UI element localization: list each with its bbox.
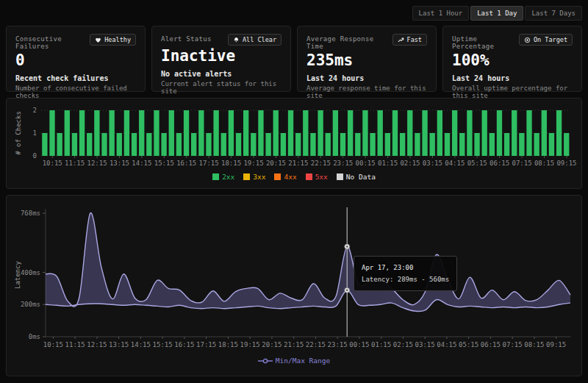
checks-chart: 012# of Checks10:1511:1512:1513:1514:151… [12, 103, 576, 172]
y-axis-label: Latency [14, 260, 21, 289]
check-bar [534, 133, 539, 156]
x-axis-tick: 10:15 [43, 160, 62, 167]
check-bar [161, 133, 166, 156]
x-axis-tick: 11:15 [65, 160, 85, 167]
legend-swatch [274, 173, 281, 180]
x-axis-tick: 07:15 [512, 160, 532, 167]
stat-value: 235ms [306, 52, 427, 69]
badge-label: On Target [534, 36, 567, 43]
legend-item: No Data [337, 173, 376, 181]
legend-label: Min/Max Range [276, 357, 330, 365]
y-axis-tick: 400ms [21, 269, 40, 276]
card-header: Uptime PercentageOn Target [452, 34, 573, 50]
check-bar [146, 133, 151, 156]
checks-bar-chart-panel: 012# of Checks10:1511:1512:1513:1514:151… [6, 98, 582, 189]
x-axis-tick: 03:15 [415, 341, 435, 348]
card-title: Consecutive Failures [15, 34, 90, 50]
check-bar [117, 133, 122, 156]
check-bar [519, 133, 524, 156]
check-bar [310, 133, 315, 156]
x-axis-tick: 16:15 [174, 341, 194, 348]
x-axis-tick: 13:15 [109, 341, 129, 348]
x-axis-tick: 00:15 [349, 341, 369, 348]
check-bar [288, 110, 293, 156]
stat-card: Consecutive FailuresHealthy0Recent check… [6, 26, 146, 92]
x-axis-tick: 05:15 [467, 160, 487, 167]
check-bar [504, 133, 509, 156]
checks-bar-chart[interactable]: 012# of Checks10:1511:1512:1513:1514:151… [12, 103, 576, 172]
x-axis-tick: 09:15 [556, 160, 576, 167]
check-bar [79, 110, 85, 156]
y-axis-tick: 2 [33, 107, 37, 114]
x-axis-tick: 13:15 [110, 160, 129, 167]
stat-subtitle: Recent check failures [15, 74, 136, 82]
legend-label: No Data [346, 173, 376, 181]
latency-area-chart[interactable]: 0ms200ms400ms768msLatency10:1511:1512:15… [12, 200, 576, 356]
check-bar [154, 110, 159, 156]
latency-chart: 0ms200ms400ms768msLatency10:1511:1512:15… [12, 200, 576, 356]
range-button-last-1-day[interactable]: Last 1 Day [470, 6, 523, 21]
check-bar [169, 110, 174, 156]
check-bar [437, 110, 442, 156]
y-axis-tick: 0ms [29, 333, 40, 340]
check-bar [236, 133, 241, 156]
stat-subtitle: Last 24 hours [306, 74, 427, 82]
badge-label: All Clear [243, 36, 276, 43]
check-bar [191, 133, 196, 156]
x-axis-tick: 02:15 [393, 341, 413, 348]
x-axis-tick: 20:15 [262, 341, 282, 348]
check-bar [512, 110, 517, 156]
y-axis-label: # of Checks [15, 111, 22, 155]
x-axis-tick: 17:15 [199, 160, 219, 167]
x-axis-tick: 23:15 [328, 341, 348, 348]
x-axis-tick: 22:15 [306, 341, 326, 348]
check-bar [184, 110, 189, 156]
x-axis-tick: 14:15 [131, 341, 151, 348]
check-bar [392, 110, 398, 156]
stat-value: 100% [452, 52, 573, 69]
x-axis-tick: 12:15 [87, 341, 107, 348]
range-button-last-1-hour[interactable]: Last 1 Hour [412, 6, 470, 21]
x-axis-tick: 05:15 [459, 341, 478, 348]
x-axis-tick: 08:15 [534, 160, 554, 167]
bell-icon [233, 37, 240, 43]
check-bar [333, 110, 338, 156]
legend-item: Min/Max Range [258, 357, 330, 365]
marker-dot [346, 246, 348, 247]
check-bar [467, 110, 472, 156]
check-bar [370, 133, 375, 156]
check-bar [273, 110, 279, 156]
target-icon [524, 37, 531, 43]
time-range-selector: Last 1 HourLast 1 DayLast 7 Days [0, 0, 588, 26]
legend-swatch [243, 173, 250, 180]
check-bar [139, 110, 144, 156]
x-axis-tick: 21:15 [284, 341, 304, 348]
tooltip-date: Apr 17, 23:00 [362, 262, 449, 273]
check-bar [490, 133, 495, 156]
tooltip-latency: Latency: 289ms - 560ms [362, 273, 449, 285]
check-bar [303, 110, 308, 156]
x-axis-tick: 19:15 [240, 341, 260, 348]
x-axis-tick: 01:15 [378, 160, 398, 167]
card-title: Uptime Percentage [452, 34, 519, 50]
range-button-last-7-days[interactable]: Last 7 Days [525, 6, 582, 21]
heart-icon [95, 37, 101, 43]
check-bar [474, 133, 479, 156]
x-axis-tick: 03:15 [423, 160, 442, 167]
check-bar [549, 133, 554, 156]
x-axis-tick: 22:15 [311, 160, 331, 167]
check-bar [422, 110, 427, 156]
card-title: Alert Status [161, 34, 212, 43]
check-bar [340, 133, 345, 156]
check-bar [42, 133, 47, 156]
stat-value: 0 [15, 52, 136, 69]
check-bar [124, 110, 129, 156]
check-bar [482, 110, 487, 156]
x-axis-tick: 11:15 [65, 341, 85, 348]
check-bar [415, 133, 420, 156]
marker-dot [346, 290, 348, 291]
legend-item: 3xx [243, 173, 265, 181]
y-axis-tick: 768ms [21, 210, 40, 217]
minmax-band [46, 212, 570, 311]
check-bar [385, 133, 390, 156]
